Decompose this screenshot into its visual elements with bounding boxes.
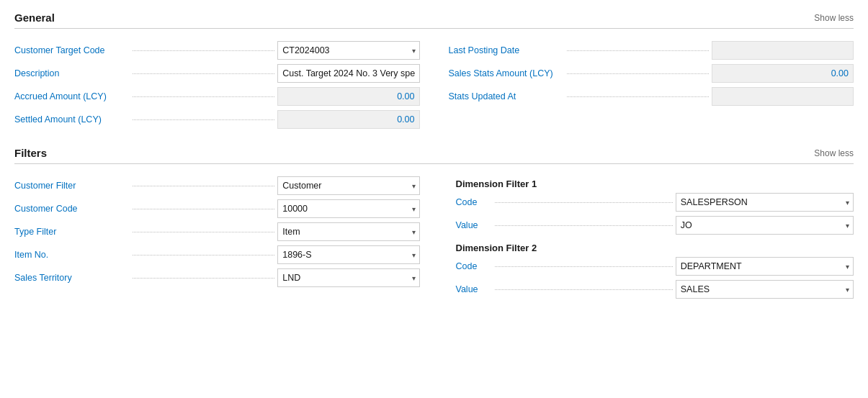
dim1-value-row: Value JO ▾ <box>456 215 854 235</box>
last-posting-date-row: Last Posting Date <box>449 40 854 60</box>
customer-target-code-row: Customer Target Code CT2024003 ▾ <box>14 40 420 60</box>
item-no-control[interactable]: 1896-S ▾ <box>277 245 419 264</box>
item-no-select[interactable]: 1896-S <box>277 245 419 264</box>
description-control[interactable] <box>277 64 419 83</box>
accrued-amount-control <box>277 87 419 106</box>
dim-filter-2-title: Dimension Filter 2 <box>456 243 854 253</box>
dim2-value-row: Value SALES ▾ <box>456 279 854 299</box>
sales-stats-amount-row: Sales Stats Amount (LCY) <box>449 63 854 83</box>
customer-code-control[interactable]: 10000 ▾ <box>277 199 419 218</box>
dim-filter-1-title: Dimension Filter 1 <box>456 178 854 189</box>
dots-10 <box>133 232 274 232</box>
general-form-grid: Customer Target Code CT2024003 ▾ Descrip… <box>14 40 854 130</box>
settled-amount-control <box>277 110 419 129</box>
settled-amount-row: Settled Amount (LCY) <box>14 109 420 130</box>
dots-2 <box>133 73 274 74</box>
accrued-amount-row: Accrued Amount (LCY) <box>14 86 420 107</box>
accrued-amount-input[interactable] <box>277 87 419 106</box>
dim2-code-select[interactable]: DEPARTMENT <box>676 257 854 276</box>
customer-code-select[interactable]: 10000 <box>277 199 419 218</box>
description-input[interactable] <box>277 64 419 83</box>
last-posting-date-input[interactable] <box>712 41 854 60</box>
type-filter-control[interactable]: Item Service All ▾ <box>277 222 419 241</box>
dots-1 <box>133 50 274 51</box>
customer-target-code-label: Customer Target Code <box>14 45 130 55</box>
dim2-value-control[interactable]: SALES ▾ <box>676 280 854 299</box>
dim1-code-label: Code <box>456 197 492 207</box>
filters-section: Filters Show less Customer Filter Custom… <box>14 147 854 299</box>
sales-territory-label: Sales Territory <box>14 273 130 283</box>
settled-amount-input[interactable] <box>277 110 419 129</box>
stats-updated-at-label: Stats Updated At <box>449 91 564 101</box>
right-filters: Dimension Filter 1 Code SALESPERSON ▾ Va… <box>449 176 854 299</box>
dots-12 <box>133 278 274 279</box>
general-header: General Show less <box>14 12 854 29</box>
sales-stats-amount-label: Sales Stats Amount (LCY) <box>449 68 564 78</box>
sales-stats-amount-control <box>712 64 854 83</box>
filters-show-less[interactable]: Show less <box>814 148 854 158</box>
dim1-code-select[interactable]: SALESPERSON <box>676 193 854 212</box>
dots-5 <box>567 50 709 51</box>
dots-14 <box>495 225 673 226</box>
dots-16 <box>495 289 673 290</box>
dots-13 <box>495 202 673 203</box>
dots-3 <box>133 96 274 97</box>
stats-updated-at-row: Stats Updated At <box>449 86 854 107</box>
customer-code-row: Customer Code 10000 ▾ <box>14 199 420 219</box>
item-no-row: Item No. 1896-S ▾ <box>14 245 420 265</box>
dim2-code-control[interactable]: DEPARTMENT ▾ <box>676 257 854 276</box>
general-title: General <box>14 12 55 24</box>
customer-code-label: Customer Code <box>14 204 130 214</box>
dots-6 <box>567 73 709 74</box>
customer-filter-control[interactable]: Customer Prospect ▾ <box>277 176 419 195</box>
customer-filter-row: Customer Filter Customer Prospect ▾ <box>14 176 420 196</box>
dots-15 <box>495 266 673 267</box>
general-right-col: Last Posting Date Sales Stats Amount (LC… <box>449 40 854 130</box>
customer-filter-select[interactable]: Customer Prospect <box>277 176 419 195</box>
customer-filter-label: Customer Filter <box>14 181 130 191</box>
stats-updated-at-input[interactable] <box>712 87 854 106</box>
dots-4 <box>133 119 274 120</box>
sales-stats-amount-input[interactable] <box>712 64 854 83</box>
dots-8 <box>133 186 274 186</box>
stats-updated-at-control <box>712 87 854 106</box>
sales-territory-control[interactable]: LND ▾ <box>277 268 419 287</box>
dim2-code-row: Code DEPARTMENT ▾ <box>456 256 854 276</box>
dots-11 <box>133 255 274 255</box>
dots-9 <box>133 209 274 209</box>
type-filter-row: Type Filter Item Service All ▾ <box>14 222 420 242</box>
filters-header: Filters Show less <box>14 147 854 164</box>
sales-territory-select[interactable]: LND <box>277 268 419 287</box>
dim1-value-control[interactable]: JO ▾ <box>676 216 854 235</box>
description-label: Description <box>14 68 130 78</box>
customer-target-code-control[interactable]: CT2024003 ▾ <box>277 41 419 60</box>
dots-7 <box>567 96 709 97</box>
dim1-code-control[interactable]: SALESPERSON ▾ <box>676 193 854 212</box>
dim2-code-label: Code <box>456 261 492 271</box>
item-no-label: Item No. <box>14 250 130 260</box>
filters-grid: Customer Filter Customer Prospect ▾ Cust… <box>14 176 854 299</box>
filters-title: Filters <box>14 147 47 159</box>
dim1-value-label: Value <box>456 220 492 230</box>
accrued-amount-label: Accrued Amount (LCY) <box>14 91 130 101</box>
general-section: General Show less Customer Target Code C… <box>14 12 854 130</box>
settled-amount-label: Settled Amount (LCY) <box>14 114 130 125</box>
type-filter-select[interactable]: Item Service All <box>277 222 419 241</box>
sales-territory-row: Sales Territory LND ▾ <box>14 268 420 288</box>
general-show-less[interactable]: Show less <box>814 13 854 23</box>
type-filter-label: Type Filter <box>14 227 130 237</box>
last-posting-date-control <box>712 41 854 60</box>
dim1-code-row: Code SALESPERSON ▾ <box>456 192 854 212</box>
dim2-value-label: Value <box>456 284 492 294</box>
left-filters: Customer Filter Customer Prospect ▾ Cust… <box>14 176 420 299</box>
general-left-col: Customer Target Code CT2024003 ▾ Descrip… <box>14 40 420 130</box>
dim2-value-select[interactable]: SALES <box>676 280 854 299</box>
last-posting-date-label: Last Posting Date <box>449 45 564 55</box>
dim1-value-select[interactable]: JO <box>676 216 854 235</box>
customer-target-code-select[interactable]: CT2024003 <box>277 41 419 60</box>
description-row: Description <box>14 63 420 83</box>
